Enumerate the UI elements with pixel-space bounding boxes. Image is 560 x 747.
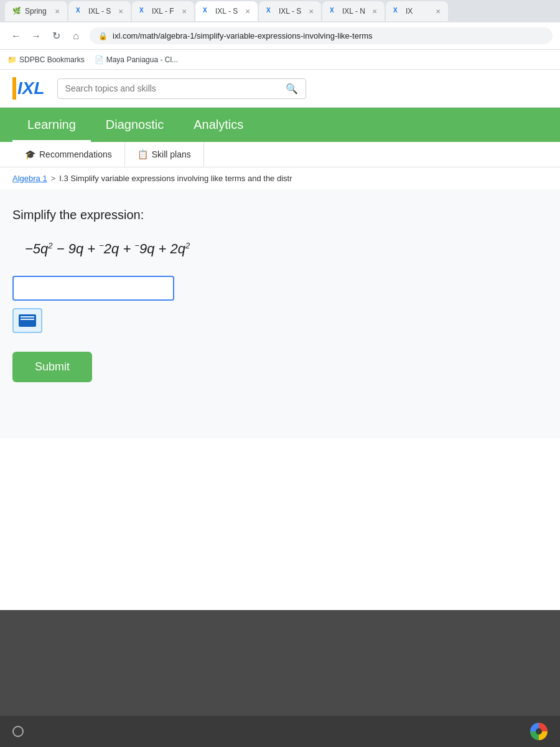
ixl-favicon-5: X <box>330 7 338 16</box>
tab-ixl-6-label: IX <box>406 7 413 16</box>
forward-button[interactable]: → <box>27 27 45 45</box>
tab-ixl-1-close[interactable]: ✕ <box>118 8 123 15</box>
bookmarks-bar: 📁 SDPBC Bookmarks 📄 Maya Paniagua - Cl..… <box>0 50 560 70</box>
tab-ixl-2-close[interactable]: ✕ <box>182 8 187 15</box>
ixl-favicon-3: X <box>203 7 212 16</box>
ixl-favicon-2: X <box>139 7 148 16</box>
address-bar: ← → ↻ ⌂ 🔒 ixl.com/math/algebra-1/simplif… <box>0 22 560 50</box>
ixl-logo: IXL <box>12 77 45 100</box>
tab-learning[interactable]: Learning <box>12 108 91 142</box>
bookmark-maya[interactable]: 📄 Maya Paniagua - Cl... <box>95 55 178 64</box>
tab-ixl-3-label: IXL - S <box>215 7 238 16</box>
sub-nav-skill-plans[interactable]: 📋 Skill plans <box>125 142 204 167</box>
breadcrumb-skill: I.3 Simplify variable expressions involv… <box>59 174 292 183</box>
tab-ixl-4[interactable]: X IXL - S ✕ <box>259 1 321 21</box>
tab-ixl-4-close[interactable]: ✕ <box>309 8 314 15</box>
tab-ixl-2-label: IXL - F <box>152 7 174 16</box>
search-icon[interactable]: 🔍 <box>286 83 298 95</box>
lock-icon: 🔒 <box>98 32 108 40</box>
tab-diagnostic[interactable]: Diagnostic <box>91 108 179 142</box>
search-input[interactable] <box>65 83 281 93</box>
main-content: Simplify the expression: −5q2 − 9q + −2q… <box>0 189 560 438</box>
ixl-favicon-4: X <box>266 7 275 16</box>
answer-input[interactable] <box>12 276 174 301</box>
breadcrumb: Algebra 1 > I.3 Simplify variable expres… <box>0 167 560 189</box>
taskbar <box>0 716 560 747</box>
submit-button[interactable]: Submit <box>12 352 92 382</box>
ixl-header: IXL 🔍 <box>0 70 560 108</box>
tab-ixl-5-label: IXL - N <box>342 7 365 16</box>
url-text: ixl.com/math/algebra-1/simplify-variable… <box>113 31 373 40</box>
tab-spring-label: Spring <box>25 7 47 16</box>
skill-plans-icon: 📋 <box>138 149 148 159</box>
sub-nav-recommendations[interactable]: 🎓 Recommendations <box>12 142 125 167</box>
keyboard-button[interactable] <box>12 308 42 333</box>
tab-ixl-5-close[interactable]: ✕ <box>372 8 377 15</box>
recommendations-icon: 🎓 <box>25 149 35 159</box>
skill-plans-label: Skill plans <box>152 149 191 159</box>
spring-favicon: 🌿 <box>12 7 21 16</box>
tab-spring[interactable]: 🌿 Spring ✕ <box>5 1 67 21</box>
tab-ixl-6[interactable]: X IX ✕ <box>386 1 448 21</box>
tab-ixl-4-label: IXL - S <box>279 7 301 16</box>
tab-ixl-6-close[interactable]: ✕ <box>436 8 441 15</box>
recommendations-label: Recommendations <box>39 149 112 159</box>
tab-ixl-1-label: IXL - S <box>88 7 111 16</box>
bookmark-maya-icon: 📄 <box>95 55 104 64</box>
back-button[interactable]: ← <box>7 27 25 45</box>
tab-ixl-5[interactable]: X IXL - N ✕ <box>322 1 385 21</box>
ixl-favicon-1: X <box>76 7 85 16</box>
taskbar-circle-button[interactable] <box>12 726 24 737</box>
nav-tabs: Learning Diagnostic Analytics <box>0 108 560 142</box>
reload-button[interactable]: ↻ <box>47 27 65 45</box>
logo-orange-bar <box>12 77 16 100</box>
nav-buttons: ← → ↻ ⌂ <box>7 27 85 45</box>
tab-spring-close[interactable]: ✕ <box>55 8 60 15</box>
bookmark-maya-label: Maya Paniagua - Cl... <box>106 55 178 64</box>
url-box[interactable]: 🔒 ixl.com/math/algebra-1/simplify-variab… <box>90 27 553 44</box>
tab-bar: 🌿 Spring ✕ X IXL - S ✕ X IXL - F ✕ X IXL… <box>0 0 560 22</box>
tab-ixl-3[interactable]: X IXL - S ✕ <box>195 1 258 21</box>
tab-ixl-2[interactable]: X IXL - F ✕ <box>132 1 194 21</box>
chrome-icon[interactable] <box>530 723 548 740</box>
search-box[interactable]: 🔍 <box>57 78 306 99</box>
breadcrumb-course[interactable]: Algebra 1 <box>12 174 47 183</box>
math-expression: −5q2 − 9q + −2q + −9q + 2q2 <box>12 241 548 257</box>
taskbar-left <box>12 726 24 737</box>
bookmark-folder-icon: 📁 <box>7 55 17 64</box>
tab-ixl-1[interactable]: X IXL - S ✕ <box>68 1 131 21</box>
sub-nav: 🎓 Recommendations 📋 Skill plans <box>0 142 560 167</box>
tab-ixl-3-close[interactable]: ✕ <box>245 8 250 15</box>
browser-window: 🌿 Spring ✕ X IXL - S ✕ X IXL - F ✕ X IXL… <box>0 0 560 610</box>
keyboard-icon <box>19 314 36 327</box>
logo-text: IXL <box>17 78 45 98</box>
tab-analytics[interactable]: Analytics <box>179 108 258 142</box>
question-instruction: Simplify the expression: <box>12 208 548 222</box>
bookmark-sdpbc[interactable]: 📁 SDPBC Bookmarks <box>7 55 85 64</box>
home-button[interactable]: ⌂ <box>67 27 85 45</box>
bookmark-sdpbc-label: SDPBC Bookmarks <box>19 55 85 64</box>
ixl-favicon-6: X <box>393 7 402 16</box>
breadcrumb-separator: > <box>51 174 56 183</box>
taskbar-right <box>530 723 548 740</box>
page-content: IXL 🔍 Learning Diagnostic Analytics 🎓 Re… <box>0 70 560 610</box>
